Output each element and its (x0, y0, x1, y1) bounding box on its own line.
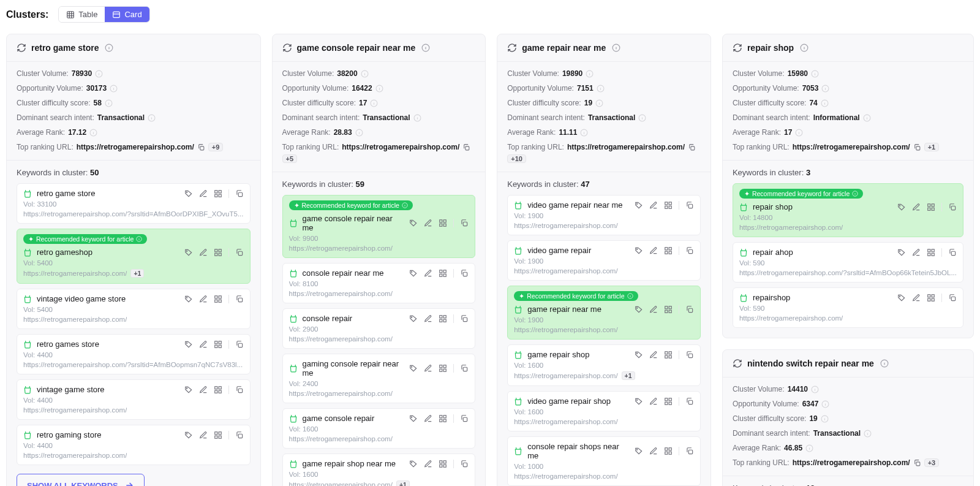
edit-icon[interactable] (199, 431, 208, 439)
keyword-item[interactable]: retro games storeVol: 4400https://retrog… (17, 334, 251, 374)
keyword-item[interactable]: ✦Recommended keyword for articleretro ga… (17, 229, 251, 284)
keyword-item[interactable]: repairshopVol: 590https://retrogamerepai… (733, 287, 963, 328)
duplicate-icon[interactable] (948, 203, 957, 211)
edit-icon[interactable] (199, 248, 208, 257)
view-table-button[interactable]: Table (59, 7, 105, 22)
edit-icon[interactable] (649, 305, 658, 314)
duplicate-icon[interactable] (460, 364, 469, 373)
copy-icon[interactable] (462, 143, 470, 151)
keyword-item[interactable]: ✦Recommended keyword for articlegame con… (282, 195, 476, 258)
keyword-item[interactable]: game repair shop near meVol: 1600https:/… (282, 454, 476, 486)
duplicate-icon[interactable] (460, 460, 469, 468)
tag-icon[interactable] (635, 201, 643, 210)
duplicate-icon[interactable] (685, 305, 694, 314)
copy-icon[interactable] (688, 143, 696, 151)
grid-icon[interactable] (927, 203, 935, 211)
duplicate-icon[interactable] (460, 414, 469, 423)
keyword-item[interactable]: console repair shops near meVol: 1000htt… (507, 436, 701, 486)
grid-icon[interactable] (214, 340, 222, 349)
tag-icon[interactable] (635, 305, 643, 314)
keyword-item[interactable]: gaming console repair near meVol: 2400ht… (282, 354, 476, 403)
keyword-item[interactable]: console repairVol: 2900https://retrogame… (282, 308, 476, 349)
tag-icon[interactable] (409, 219, 418, 227)
tag-icon[interactable] (897, 248, 906, 257)
edit-icon[interactable] (649, 246, 658, 255)
grid-icon[interactable] (439, 364, 447, 373)
copy-icon[interactable] (197, 143, 205, 151)
duplicate-icon[interactable] (235, 340, 244, 349)
duplicate-icon[interactable] (460, 269, 469, 278)
show-all-keywords-button[interactable]: SHOW ALL KEYWORDS (17, 474, 145, 486)
grid-icon[interactable] (439, 314, 447, 323)
tag-icon[interactable] (184, 295, 193, 303)
edit-icon[interactable] (424, 364, 432, 373)
duplicate-icon[interactable] (460, 314, 469, 323)
grid-icon[interactable] (214, 385, 222, 394)
keyword-item[interactable]: video game repair near meVol: 1900https:… (507, 195, 701, 235)
duplicate-icon[interactable] (685, 447, 694, 455)
grid-icon[interactable] (214, 431, 222, 439)
tag-icon[interactable] (635, 246, 643, 255)
edit-icon[interactable] (649, 201, 658, 210)
grid-icon[interactable] (439, 269, 447, 278)
copy-icon[interactable] (913, 459, 921, 467)
edit-icon[interactable] (424, 314, 432, 323)
grid-icon[interactable] (439, 414, 447, 423)
keyword-item[interactable]: retro game storeVol: 33100https://retrog… (17, 183, 251, 224)
edit-icon[interactable] (424, 414, 432, 423)
duplicate-icon[interactable] (685, 201, 694, 210)
grid-icon[interactable] (664, 351, 673, 359)
duplicate-icon[interactable] (235, 248, 244, 257)
tag-icon[interactable] (184, 340, 193, 349)
duplicate-icon[interactable] (685, 246, 694, 255)
edit-icon[interactable] (912, 248, 921, 257)
edit-icon[interactable] (199, 340, 208, 349)
edit-icon[interactable] (199, 189, 208, 198)
keyword-item[interactable]: video game repair shopVol: 1600https://r… (507, 391, 701, 431)
grid-icon[interactable] (214, 295, 222, 303)
grid-icon[interactable] (664, 447, 673, 455)
keyword-item[interactable]: ✦Recommended keyword for articlegame rep… (507, 286, 701, 340)
tag-icon[interactable] (897, 294, 906, 302)
keyword-item[interactable]: repair ahopVol: 590https://retrogamerepa… (733, 242, 963, 283)
keyword-item[interactable]: console repair near meVol: 8100https://r… (282, 263, 476, 303)
tag-icon[interactable] (184, 189, 193, 198)
duplicate-icon[interactable] (685, 351, 694, 359)
duplicate-icon[interactable] (460, 219, 469, 227)
view-card-button[interactable]: Card (105, 7, 149, 22)
edit-icon[interactable] (199, 295, 208, 303)
edit-icon[interactable] (199, 385, 208, 394)
grid-icon[interactable] (664, 397, 673, 406)
tag-icon[interactable] (635, 397, 643, 406)
keyword-item[interactable]: ✦Recommended keyword for articlerepair s… (733, 183, 963, 237)
edit-icon[interactable] (912, 203, 921, 211)
tag-icon[interactable] (184, 385, 193, 394)
grid-icon[interactable] (214, 248, 222, 257)
grid-icon[interactable] (664, 201, 673, 210)
tag-icon[interactable] (409, 460, 418, 468)
duplicate-icon[interactable] (948, 248, 957, 257)
edit-icon[interactable] (649, 447, 658, 455)
grid-icon[interactable] (439, 219, 447, 227)
duplicate-icon[interactable] (235, 385, 244, 394)
keyword-item[interactable]: vintage video game storeVol: 5400https:/… (17, 289, 251, 329)
tag-icon[interactable] (409, 269, 418, 278)
grid-icon[interactable] (664, 246, 673, 255)
keyword-item[interactable]: video game repairVol: 1900https://retrog… (507, 240, 701, 281)
tag-icon[interactable] (184, 431, 193, 439)
edit-icon[interactable] (912, 294, 921, 302)
edit-icon[interactable] (649, 397, 658, 406)
duplicate-icon[interactable] (685, 397, 694, 406)
grid-icon[interactable] (927, 248, 935, 257)
tag-icon[interactable] (897, 203, 906, 211)
copy-icon[interactable] (913, 143, 921, 151)
tag-icon[interactable] (409, 414, 418, 423)
duplicate-icon[interactable] (235, 295, 244, 303)
grid-icon[interactable] (214, 189, 222, 198)
tag-icon[interactable] (409, 364, 418, 373)
duplicate-icon[interactable] (235, 431, 244, 439)
edit-icon[interactable] (424, 460, 432, 468)
keyword-item[interactable]: game console repairVol: 1600https://retr… (282, 408, 476, 449)
keyword-item[interactable]: retro gaming storeVol: 4400https://retro… (17, 425, 251, 465)
duplicate-icon[interactable] (235, 189, 244, 198)
